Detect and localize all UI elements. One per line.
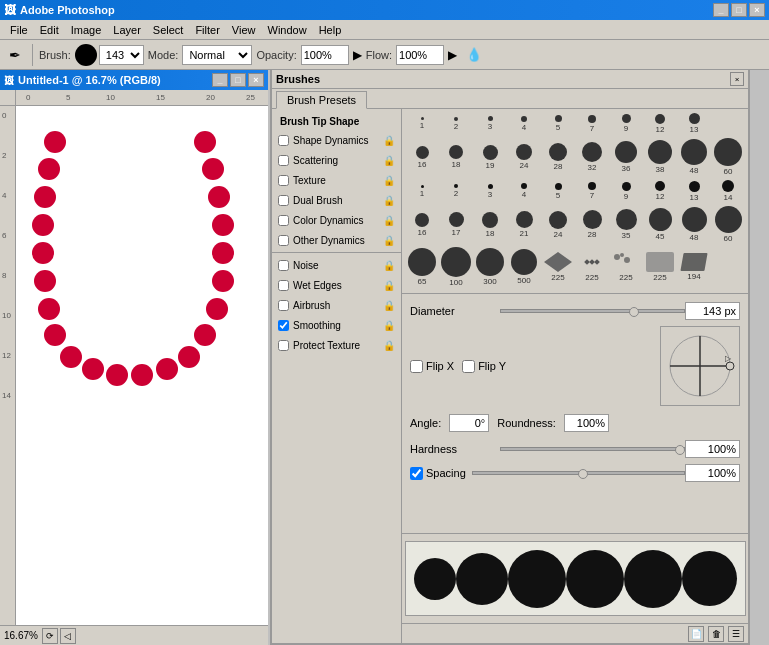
checkbox-color-dynamics[interactable] (278, 215, 289, 226)
tip-3[interactable]: 3 (474, 116, 506, 131)
panel-close-button[interactable]: × (730, 72, 744, 86)
spacing-label[interactable]: Spacing (410, 467, 466, 480)
menu-view[interactable]: View (226, 22, 262, 38)
menu-file[interactable]: File (4, 22, 34, 38)
tip-65[interactable]: 65 (406, 248, 438, 286)
checkbox-dual-brush[interactable] (278, 195, 289, 206)
menu-image[interactable]: Image (65, 22, 108, 38)
tip-h7[interactable]: 7 (576, 182, 608, 200)
tip-l21[interactable]: 21 (508, 211, 540, 238)
flow-input[interactable] (396, 45, 444, 65)
tip-8[interactable]: 12 (644, 114, 676, 134)
tip-l45[interactable]: 45 (644, 208, 676, 241)
spacing-value-input[interactable] (685, 464, 740, 482)
option-shape-dynamics[interactable]: Shape Dynamics 🔒 (272, 130, 401, 150)
tip-48[interactable]: 48 (678, 139, 710, 175)
tip-36[interactable]: 36 (610, 141, 642, 173)
tip-h3[interactable]: 3 (474, 184, 506, 199)
tip-h5[interactable]: 5 (542, 183, 574, 200)
tip-l17[interactable]: 17 (440, 212, 472, 237)
tip-l18[interactable]: 18 (474, 212, 506, 238)
tip-5[interactable]: 5 (542, 115, 574, 132)
option-dual-brush[interactable]: Dual Brush 🔒 (272, 190, 401, 210)
flip-x-checkbox[interactable] (410, 360, 423, 373)
tip-l60[interactable]: 60 (712, 206, 744, 243)
opacity-arrow[interactable]: ▶ (353, 48, 362, 62)
tip-500[interactable]: 500 (508, 249, 540, 285)
option-protect-texture[interactable]: Protect Texture 🔒 (272, 335, 401, 355)
tip-60[interactable]: 60 (712, 138, 744, 176)
tip-h14[interactable]: 14 (712, 180, 744, 202)
tip-28[interactable]: 28 (542, 143, 574, 171)
panel-bottom-btn2[interactable]: 🗑 (708, 626, 724, 642)
tip-l48[interactable]: 48 (678, 207, 710, 242)
angle-input[interactable] (449, 414, 489, 432)
checkbox-texture[interactable] (278, 175, 289, 186)
diameter-slider-thumb[interactable] (629, 307, 639, 317)
tip-32[interactable]: 32 (576, 142, 608, 172)
angle-crosshair[interactable]: ▷ (660, 326, 740, 406)
checkbox-shape-dynamics[interactable] (278, 135, 289, 146)
mode-dropdown[interactable]: Normal (182, 45, 252, 65)
tip-18[interactable]: 19 (474, 145, 506, 170)
option-smoothing[interactable]: Smoothing 🔒 (272, 315, 401, 335)
airbrush-toggle-button[interactable]: 💧 (461, 44, 487, 66)
tip-6[interactable]: 7 (576, 115, 608, 133)
panel-bottom-btn1[interactable]: 📄 (688, 626, 704, 642)
canvas-nav-button[interactable]: ◁ (60, 628, 76, 644)
brush-size-dropdown[interactable]: 143 (99, 45, 144, 65)
hardness-slider-container[interactable] (500, 447, 685, 451)
opacity-input[interactable] (301, 45, 349, 65)
tip-s225a[interactable]: 225 (542, 252, 574, 282)
option-airbrush[interactable]: Airbrush 🔒 (272, 295, 401, 315)
flip-y-label[interactable]: Flip Y (462, 360, 506, 373)
tip-l24[interactable]: 24 (542, 211, 574, 239)
tip-s225b[interactable]: 225 (576, 252, 608, 282)
checkbox-noise[interactable] (278, 260, 289, 271)
diameter-value-input[interactable] (685, 302, 740, 320)
checkbox-scattering[interactable] (278, 155, 289, 166)
panel-bottom-btn3[interactable]: ☰ (728, 626, 744, 642)
tip-7[interactable]: 9 (610, 114, 642, 133)
tip-17[interactable]: 18 (440, 145, 472, 169)
maximize-button[interactable]: □ (731, 3, 747, 17)
hardness-slider-thumb[interactable] (675, 445, 685, 455)
menu-select[interactable]: Select (147, 22, 190, 38)
canvas-minimize[interactable]: _ (212, 73, 228, 87)
tip-194[interactable]: 194 (678, 253, 710, 281)
tab-brush-presets[interactable]: Brush Presets (276, 91, 367, 109)
spacing-slider-container[interactable] (472, 471, 685, 475)
tip-s225d[interactable]: 225 (644, 252, 676, 282)
tip-l35[interactable]: 35 (610, 209, 642, 240)
flip-x-label[interactable]: Flip X (410, 360, 454, 373)
roundness-input[interactable] (564, 414, 609, 432)
tip-38[interactable]: 38 (644, 140, 676, 174)
option-other-dynamics[interactable]: Other Dynamics 🔒 (272, 230, 401, 250)
tip-h9[interactable]: 9 (610, 182, 642, 201)
tip-h2[interactable]: 2 (440, 184, 472, 198)
menu-window[interactable]: Window (262, 22, 313, 38)
menu-filter[interactable]: Filter (189, 22, 225, 38)
flip-y-checkbox[interactable] (462, 360, 475, 373)
option-wet-edges[interactable]: Wet Edges 🔒 (272, 275, 401, 295)
tip-24[interactable]: 24 (508, 144, 540, 170)
tip-h13[interactable]: 13 (678, 181, 710, 202)
tip-h1[interactable]: 1 (406, 185, 438, 198)
canvas-drawing-area[interactable] (16, 106, 268, 625)
minimize-button[interactable]: _ (713, 3, 729, 17)
tip-h4[interactable]: 4 (508, 183, 540, 199)
flow-arrow[interactable]: ▶ (448, 48, 457, 62)
close-button[interactable]: × (749, 3, 765, 17)
tip-l16[interactable]: 16 (406, 213, 438, 237)
tip-h12[interactable]: 12 (644, 181, 676, 201)
hardness-value-input[interactable] (685, 440, 740, 458)
menu-edit[interactable]: Edit (34, 22, 65, 38)
diameter-slider-container[interactable] (500, 309, 685, 313)
tip-4[interactable]: 4 (508, 116, 540, 132)
tip-l28[interactable]: 28 (576, 210, 608, 239)
checkbox-airbrush[interactable] (278, 300, 289, 311)
checkbox-smoothing[interactable] (278, 320, 289, 331)
option-texture[interactable]: Texture 🔒 (272, 170, 401, 190)
menu-help[interactable]: Help (313, 22, 348, 38)
canvas-maximize[interactable]: □ (230, 73, 246, 87)
